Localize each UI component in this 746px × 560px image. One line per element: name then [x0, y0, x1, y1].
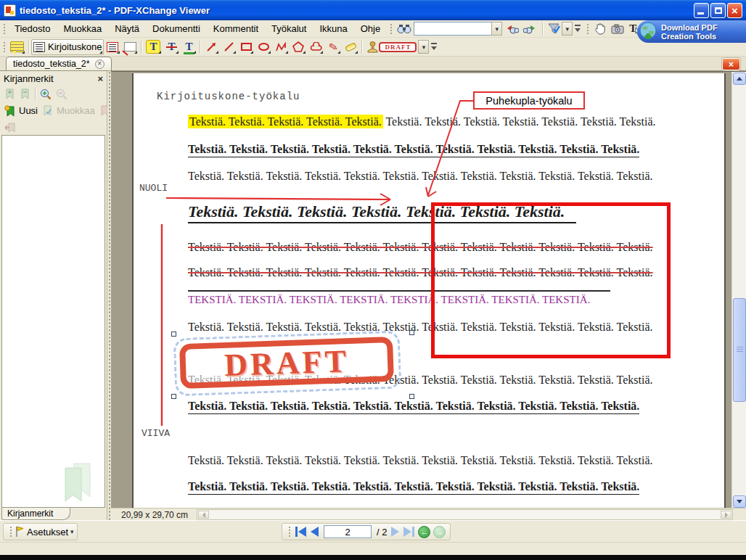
close-button[interactable]: ×: [727, 3, 742, 18]
expand-bookmarks-button[interactable]: [2, 86, 17, 102]
menu-ohje[interactable]: Ohje: [354, 21, 387, 36]
scroll-down-button[interactable]: [733, 495, 746, 508]
first-page-button[interactable]: [295, 527, 306, 537]
menu-muokkaa[interactable]: Muokkaa: [57, 21, 108, 36]
new-bookmark-icon: [4, 105, 16, 117]
toolbar-grip[interactable]: [2, 22, 6, 36]
line-tool-button[interactable]: [220, 39, 237, 55]
typewriter-annotation-heading[interactable]: Kirjoituskone-työkalu: [157, 91, 300, 102]
callout-arrow-head: [426, 187, 436, 197]
pencil-tool-button[interactable]: ✎: [324, 39, 342, 55]
stamp-tool-button[interactable]: DRAFT: [364, 39, 419, 55]
tab-close-icon[interactable]: ×: [95, 59, 104, 69]
edit-bookmark-icon: [42, 105, 54, 117]
options-button-label[interactable]: Asetukset: [27, 527, 68, 538]
close-icon: ×: [731, 5, 738, 16]
vertical-scrollbar[interactable]: [731, 72, 746, 508]
draft-stamp-annotation[interactable]: DRAFT: [179, 337, 394, 389]
callout-annotation[interactable]: Puhekupla-työkalu: [473, 91, 585, 110]
eraser-tool-button[interactable]: [342, 39, 359, 55]
arrow-annotation-label[interactable]: NUOLI: [139, 183, 168, 194]
scroll-right-button[interactable]: [721, 511, 731, 519]
selection-handle-bottom-right[interactable]: [409, 394, 414, 399]
search-input[interactable]: [414, 22, 492, 36]
find-previous-icon: [504, 23, 519, 34]
arrow-tool-button[interactable]: [202, 39, 220, 55]
bookmarks-close-icon[interactable]: ×: [97, 74, 103, 83]
rectangle-annotation[interactable]: [431, 202, 671, 358]
previous-bookmark-button[interactable]: [2, 120, 18, 135]
underline-text-tool-button[interactable]: T: [180, 39, 197, 55]
filter-dropdown[interactable]: ▾: [562, 22, 573, 36]
cloud-tool-button[interactable]: [307, 39, 324, 55]
selection-handle-bottom-left[interactable]: [171, 394, 176, 399]
menu-tiedosto[interactable]: Tiedosto: [8, 21, 57, 36]
scroll-left-button[interactable]: [198, 511, 209, 519]
oval-tool-button[interactable]: [255, 39, 272, 55]
minimize-button[interactable]: [694, 3, 709, 18]
previous-page-icon: [311, 527, 319, 537]
selection-handle-top-left[interactable]: [171, 332, 176, 337]
search-dropdown[interactable]: ▾: [491, 22, 502, 36]
menu-ikkuna[interactable]: Ikkuna: [313, 21, 353, 36]
previous-page-button[interactable]: [311, 527, 319, 537]
last-page-button[interactable]: [403, 527, 414, 537]
close-document-button[interactable]: ×: [722, 58, 740, 70]
strikeout-text-tool-button[interactable]: T: [163, 39, 180, 55]
toolbar-grip[interactable]: [9, 525, 12, 538]
menu-dokumentti[interactable]: Dokumentti: [146, 21, 207, 36]
line-annotation-label[interactable]: VIIVA: [142, 428, 170, 439]
next-view-button[interactable]: →: [433, 526, 446, 538]
toolbar-grip[interactable]: [287, 525, 291, 538]
polygon-tool-button[interactable]: [290, 39, 307, 55]
search-button[interactable]: [395, 21, 414, 37]
underline-text-icon: T: [185, 41, 192, 52]
callout-tool-button[interactable]: [121, 39, 139, 55]
restore-button[interactable]: [710, 3, 726, 18]
toolbar-grip[interactable]: [586, 22, 589, 36]
strikeout-text-icon: T: [168, 41, 175, 52]
highlighted-text[interactable]: Tekstiä. Tekstiä. Tekstiä. Tekstiä. Teks…: [188, 115, 383, 128]
stamp-dropdown[interactable]: ▾: [418, 40, 429, 54]
vertical-scrollbar-thumb[interactable]: [733, 298, 746, 402]
textbox-tool-button[interactable]: [104, 39, 121, 55]
zoom-out-bookmarks-button[interactable]: [54, 86, 70, 102]
new-bookmark-label: Uusi: [19, 105, 38, 116]
zoom-in-bookmarks-button[interactable]: [38, 86, 54, 102]
collapse-bookmarks-button[interactable]: [17, 86, 33, 102]
edit-bookmark-button[interactable]: Muokkaa: [40, 103, 97, 118]
find-next-button[interactable]: [521, 21, 540, 37]
toolbar-grip[interactable]: [389, 22, 393, 36]
horizontal-scrollbar[interactable]: [197, 509, 733, 520]
tab-tiedosto-tekstia-2[interactable]: tiedosto_tekstia_2* ×: [6, 57, 112, 70]
next-page-button[interactable]: [391, 527, 399, 537]
menu-tyokalut[interactable]: Työkalut: [265, 21, 313, 36]
find-previous-button[interactable]: [502, 21, 521, 37]
rectangle-tool-button[interactable]: [237, 39, 255, 55]
typewriter-tool-button[interactable]: Kirjoituskone: [31, 39, 104, 55]
highlight-text-tool-button[interactable]: T: [144, 39, 163, 55]
hand-tool-button[interactable]: [591, 21, 609, 37]
sticky-note-tool-button[interactable]: [8, 39, 26, 55]
bookmarks-panel-title: Kirjanmerkit: [4, 73, 54, 84]
menu-nayta[interactable]: Näytä: [108, 21, 146, 36]
snapshot-tool-button[interactable]: [609, 21, 626, 37]
selection-handle-top-right[interactable]: [409, 330, 414, 335]
chevron-left-icon: [202, 512, 205, 518]
callout-label: Puhekupla-työkalu: [485, 95, 572, 107]
zoom-in-icon: [40, 88, 52, 100]
toolbar-overflow-button[interactable]: [574, 23, 582, 34]
bookmarks-bottom-tab[interactable]: Kirjanmerkit: [1, 508, 70, 520]
filter-button[interactable]: [545, 21, 562, 37]
scroll-up-button[interactable]: [733, 73, 746, 85]
polyline-tool-button[interactable]: [272, 39, 290, 55]
menu-kommentit[interactable]: Kommentit: [207, 21, 265, 36]
toolbar-overflow-button[interactable]: [430, 41, 438, 52]
new-bookmark-button[interactable]: Uusi: [2, 103, 40, 118]
toolbar-grip[interactable]: [2, 41, 6, 54]
previous-view-button[interactable]: ←: [418, 526, 430, 538]
bookmarks-list[interactable]: [1, 135, 105, 508]
download-pdf-tools-banner[interactable]: Download PDF Creation Tools: [637, 20, 746, 43]
page-number-input[interactable]: [324, 525, 372, 538]
options-dropdown-icon[interactable]: ▾: [70, 528, 74, 535]
